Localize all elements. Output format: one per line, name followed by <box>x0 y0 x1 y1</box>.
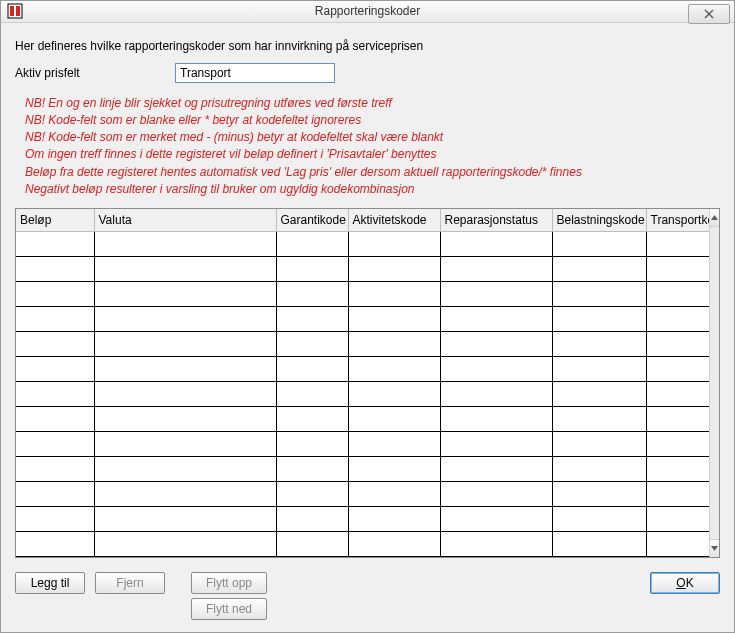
column-header[interactable]: Reparasjonstatus <box>440 209 552 232</box>
table-cell[interactable] <box>348 282 440 307</box>
table-row[interactable] <box>16 507 709 532</box>
table-cell[interactable] <box>646 457 709 482</box>
table-cell[interactable] <box>276 407 348 432</box>
table-cell[interactable] <box>646 382 709 407</box>
table-cell[interactable] <box>552 532 646 557</box>
table-cell[interactable] <box>440 482 552 507</box>
table-cell[interactable] <box>348 357 440 382</box>
table-cell[interactable] <box>16 232 94 257</box>
table-cell[interactable] <box>552 332 646 357</box>
remove-button[interactable]: Fjern <box>95 572 165 594</box>
active-price-field-input[interactable] <box>175 63 335 83</box>
table-cell[interactable] <box>646 407 709 432</box>
table-cell[interactable] <box>440 532 552 557</box>
table-cell[interactable] <box>16 257 94 282</box>
table-cell[interactable] <box>16 382 94 407</box>
table-cell[interactable] <box>276 482 348 507</box>
column-header[interactable]: Valuta <box>94 209 276 232</box>
table-cell[interactable] <box>348 407 440 432</box>
table-cell[interactable] <box>552 357 646 382</box>
table-row[interactable] <box>16 282 709 307</box>
table-cell[interactable] <box>552 307 646 332</box>
table-cell[interactable] <box>276 507 348 532</box>
table-cell[interactable] <box>348 257 440 282</box>
table-cell[interactable] <box>16 507 94 532</box>
table-cell[interactable] <box>552 382 646 407</box>
table-cell[interactable] <box>16 357 94 382</box>
column-header[interactable]: Belastningskode <box>552 209 646 232</box>
table-row[interactable] <box>16 257 709 282</box>
table-cell[interactable] <box>94 307 276 332</box>
table-cell[interactable] <box>348 507 440 532</box>
table-cell[interactable] <box>16 482 94 507</box>
table-cell[interactable] <box>94 232 276 257</box>
table-cell[interactable] <box>276 282 348 307</box>
table-cell[interactable] <box>94 532 276 557</box>
table-cell[interactable] <box>646 282 709 307</box>
table-cell[interactable] <box>276 382 348 407</box>
table-cell[interactable] <box>276 357 348 382</box>
scroll-track[interactable] <box>710 227 719 539</box>
table-cell[interactable] <box>276 232 348 257</box>
table-cell[interactable] <box>646 482 709 507</box>
table-cell[interactable] <box>552 507 646 532</box>
table-cell[interactable] <box>348 307 440 332</box>
scroll-down-arrow-icon[interactable] <box>710 539 719 557</box>
table-cell[interactable] <box>16 332 94 357</box>
table-cell[interactable] <box>552 257 646 282</box>
table-cell[interactable] <box>16 457 94 482</box>
table-cell[interactable] <box>94 332 276 357</box>
table-cell[interactable] <box>552 232 646 257</box>
table-cell[interactable] <box>440 457 552 482</box>
table-cell[interactable] <box>440 382 552 407</box>
table-row[interactable] <box>16 382 709 407</box>
table-cell[interactable] <box>348 457 440 482</box>
table-cell[interactable] <box>440 257 552 282</box>
table-cell[interactable] <box>646 357 709 382</box>
table-row[interactable] <box>16 532 709 557</box>
table-cell[interactable] <box>94 407 276 432</box>
table-row[interactable] <box>16 332 709 357</box>
table-cell[interactable] <box>94 432 276 457</box>
table-cell[interactable] <box>94 507 276 532</box>
column-header[interactable]: Aktivitetskode <box>348 209 440 232</box>
scroll-up-arrow-icon[interactable] <box>710 209 719 227</box>
table-cell[interactable] <box>276 307 348 332</box>
table-row[interactable] <box>16 407 709 432</box>
table-cell[interactable] <box>440 332 552 357</box>
table-cell[interactable] <box>552 282 646 307</box>
table-cell[interactable] <box>646 532 709 557</box>
table-cell[interactable] <box>440 507 552 532</box>
close-button[interactable] <box>688 4 730 24</box>
table-cell[interactable] <box>348 332 440 357</box>
table-cell[interactable] <box>552 432 646 457</box>
column-header[interactable]: Garantikode <box>276 209 348 232</box>
table-cell[interactable] <box>440 282 552 307</box>
move-up-button[interactable]: Flytt opp <box>191 572 267 594</box>
table-row[interactable] <box>16 482 709 507</box>
table-cell[interactable] <box>94 282 276 307</box>
table-cell[interactable] <box>552 457 646 482</box>
table-row[interactable] <box>16 307 709 332</box>
table-cell[interactable] <box>276 457 348 482</box>
table-row[interactable] <box>16 357 709 382</box>
add-button[interactable]: Legg til <box>15 572 85 594</box>
table-cell[interactable] <box>552 407 646 432</box>
table-cell[interactable] <box>348 232 440 257</box>
table-cell[interactable] <box>276 432 348 457</box>
table-cell[interactable] <box>646 332 709 357</box>
table-cell[interactable] <box>276 257 348 282</box>
table-cell[interactable] <box>16 432 94 457</box>
ok-button[interactable]: OK <box>650 572 720 594</box>
move-down-button[interactable]: Flytt ned <box>191 598 267 620</box>
table-cell[interactable] <box>94 257 276 282</box>
table-row[interactable] <box>16 457 709 482</box>
table-cell[interactable] <box>440 407 552 432</box>
table-cell[interactable] <box>276 532 348 557</box>
table-cell[interactable] <box>348 382 440 407</box>
table-row[interactable] <box>16 232 709 257</box>
table-cell[interactable] <box>440 357 552 382</box>
table-cell[interactable] <box>646 307 709 332</box>
table-cell[interactable] <box>16 282 94 307</box>
table-cell[interactable] <box>348 482 440 507</box>
